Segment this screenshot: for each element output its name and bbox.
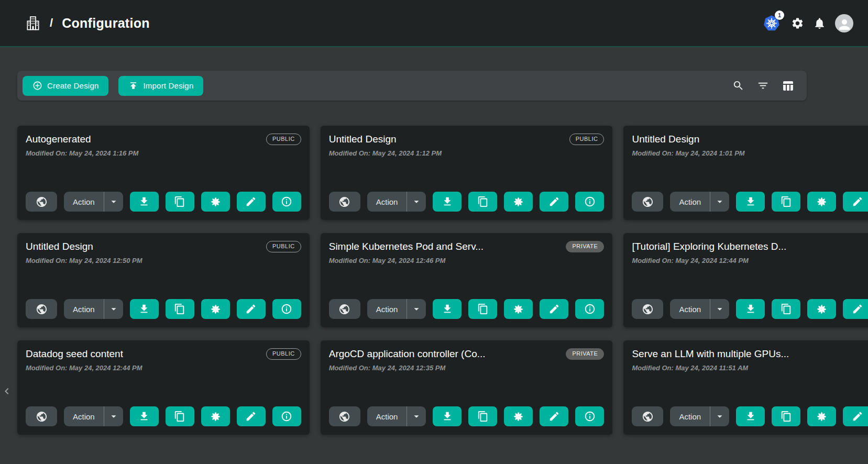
action-dropdown-button[interactable] [710, 406, 729, 426]
action-dropdown-button[interactable] [406, 406, 426, 426]
table-view-button[interactable] [782, 80, 794, 92]
download-design-button[interactable] [736, 406, 765, 426]
action-dropdown-button[interactable] [406, 192, 426, 212]
action-dropdown-button[interactable] [104, 192, 123, 212]
action-dropdown-button[interactable] [406, 299, 426, 319]
download-icon [745, 303, 756, 315]
edit-design-button[interactable] [237, 192, 266, 212]
pinwheel-design-button[interactable] [807, 299, 836, 319]
visibility-globe-button[interactable] [632, 406, 663, 426]
caret-down-icon [714, 303, 726, 315]
visibility-globe-button[interactable] [632, 299, 663, 319]
visibility-globe-button[interactable] [632, 192, 663, 212]
action-dropdown-button[interactable] [104, 299, 123, 319]
design-info-button[interactable] [575, 192, 604, 212]
page-title: Configuration [62, 16, 150, 31]
action-button[interactable]: Action [670, 192, 710, 212]
info-icon [584, 411, 596, 422]
design-info-button[interactable] [272, 192, 301, 212]
download-design-button[interactable] [433, 192, 462, 212]
action-dropdown-button[interactable] [710, 299, 729, 319]
edit-design-button[interactable] [540, 299, 568, 319]
design-title: Serve an LLM with multiple GPUs... [632, 348, 789, 360]
edit-design-button[interactable] [843, 299, 868, 319]
import-design-label: Import Design [143, 81, 193, 90]
pinwheel-design-button[interactable] [504, 192, 533, 212]
action-button[interactable]: Action [670, 406, 710, 426]
settings-button[interactable] [791, 17, 804, 30]
design-card: Datadog seed content PUBLIC Modified On:… [17, 340, 310, 435]
action-dropdown-button[interactable] [710, 192, 729, 212]
modified-on-text: Modified On: May 24, 2024 12:44 PM [632, 257, 868, 264]
action-button[interactable]: Action [670, 299, 710, 319]
pencil-icon [245, 196, 257, 207]
copy-design-button[interactable] [166, 192, 194, 212]
edit-design-button[interactable] [843, 192, 868, 212]
edit-design-button[interactable] [237, 299, 266, 319]
design-info-button[interactable] [272, 406, 301, 426]
edit-design-button[interactable] [540, 192, 568, 212]
download-design-button[interactable] [433, 406, 462, 426]
copy-design-button[interactable] [468, 299, 497, 319]
header-actions: 1 [762, 14, 853, 32]
copy-design-button[interactable] [166, 299, 194, 319]
visibility-badge: PUBLIC [266, 134, 301, 145]
caret-down-icon [108, 411, 119, 422]
edit-design-button[interactable] [843, 406, 868, 426]
action-button[interactable]: Action [64, 299, 104, 319]
configuration-main: Create Design Import Design [17, 71, 807, 435]
copy-design-button[interactable] [772, 299, 800, 319]
download-icon [138, 411, 150, 422]
action-button[interactable]: Action [64, 406, 104, 426]
visibility-globe-button[interactable] [26, 406, 57, 426]
copy-design-button[interactable] [468, 406, 497, 426]
download-design-button[interactable] [736, 299, 765, 319]
pinwheel-icon [512, 411, 524, 423]
organization-button[interactable] [25, 15, 41, 31]
pencil-icon [548, 411, 560, 422]
action-button[interactable]: Action [64, 192, 104, 212]
visibility-globe-button[interactable] [329, 192, 360, 212]
action-button[interactable]: Action [367, 192, 407, 212]
pinwheel-design-button[interactable] [201, 406, 230, 426]
edit-design-button[interactable] [540, 406, 568, 426]
download-design-button[interactable] [130, 406, 159, 426]
design-info-button[interactable] [575, 406, 604, 426]
create-design-button[interactable]: Create Design [23, 76, 108, 96]
pinwheel-design-button[interactable] [504, 299, 533, 319]
action-dropdown-button[interactable] [104, 406, 123, 426]
import-design-button[interactable]: Import Design [118, 76, 203, 96]
copy-design-button[interactable] [468, 192, 497, 212]
pinwheel-design-button[interactable] [807, 406, 836, 426]
download-design-button[interactable] [130, 192, 159, 212]
caret-down-icon [411, 303, 422, 315]
visibility-globe-button[interactable] [329, 299, 360, 319]
visibility-globe-button[interactable] [329, 406, 360, 426]
copy-design-button[interactable] [772, 192, 800, 212]
collapse-drawer-button[interactable] [1, 385, 13, 397]
visibility-globe-button[interactable] [26, 299, 57, 319]
pinwheel-design-button[interactable] [807, 192, 836, 212]
download-design-button[interactable] [433, 299, 462, 319]
pinwheel-icon [816, 303, 828, 315]
design-info-button[interactable] [575, 299, 604, 319]
action-button[interactable]: Action [367, 299, 407, 319]
download-design-button[interactable] [130, 299, 159, 319]
design-info-button[interactable] [272, 299, 301, 319]
download-design-button[interactable] [736, 192, 765, 212]
edit-design-button[interactable] [237, 406, 266, 426]
pinwheel-design-button[interactable] [201, 192, 230, 212]
info-icon [281, 196, 292, 207]
search-button[interactable] [732, 80, 744, 92]
pinwheel-design-button[interactable] [504, 406, 533, 426]
notifications-button[interactable] [813, 17, 826, 30]
pinwheel-design-button[interactable] [201, 299, 230, 319]
design-title: ArgoCD application controller (Co... [329, 348, 486, 360]
visibility-globe-button[interactable] [26, 192, 57, 212]
action-button[interactable]: Action [367, 406, 407, 426]
copy-design-button[interactable] [166, 406, 194, 426]
copy-design-button[interactable] [772, 406, 800, 426]
kubernetes-context-button[interactable]: 1 [762, 14, 782, 32]
filter-button[interactable] [757, 80, 769, 92]
user-avatar[interactable] [835, 14, 853, 32]
